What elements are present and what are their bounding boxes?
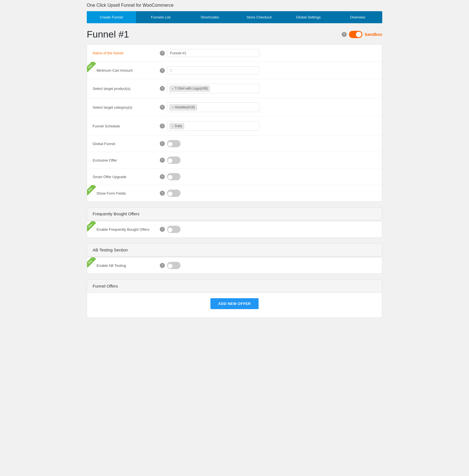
funnel-offers-header: Funnel Offers bbox=[87, 280, 382, 293]
min-cart-help-icon[interactable]: ? bbox=[160, 68, 165, 73]
funnel-name-input[interactable] bbox=[167, 49, 259, 57]
funnel-schedule-tag: × Daily bbox=[170, 123, 184, 129]
target-product-label: Select target product(s) bbox=[93, 87, 160, 91]
target-category-help-icon[interactable]: ? bbox=[160, 105, 165, 110]
funnel-schedule-row: Funnel Schedule ? × Daily bbox=[87, 117, 382, 136]
show-form-fields-help-icon[interactable]: ? bbox=[160, 191, 165, 196]
target-product-help-icon[interactable]: ? bbox=[160, 86, 165, 91]
nav-bar: Create Funnel Funnels List Shortcodes St… bbox=[87, 11, 382, 23]
target-category-label: Select target category(s) bbox=[93, 105, 160, 109]
frequently-bought-header: Frequently Bought Offers bbox=[87, 207, 382, 220]
target-product-input[interactable]: × T-Shirt with Logo(#38) bbox=[167, 84, 259, 93]
funnel-name-label: Name of the funnel bbox=[93, 51, 160, 55]
settings-card: Name of the funnel ? Minimum Cart Amount… bbox=[87, 44, 382, 202]
target-product-control: ? × T-Shirt with Logo(#38) bbox=[160, 84, 259, 93]
target-category-tag-label: Hoodies(#18) bbox=[175, 105, 195, 109]
nav-global-settings[interactable]: Global Settings bbox=[284, 11, 333, 23]
sandbox-toggle[interactable] bbox=[349, 31, 362, 38]
smart-offer-control: ? bbox=[160, 173, 180, 180]
enable-ab-testing-row: Enable AB Testing ? bbox=[87, 257, 382, 274]
funnel-schedule-input[interactable]: × Daily bbox=[167, 121, 259, 131]
nav-create-funnel[interactable]: Create Funnel bbox=[87, 11, 136, 23]
ab-testing-block: Enable AB Testing ? bbox=[87, 257, 382, 274]
target-product-tag-remove[interactable]: × bbox=[172, 87, 174, 91]
sandbox-area: ? Sandbox bbox=[342, 31, 382, 38]
global-funnel-control: ? bbox=[160, 140, 180, 147]
exclusive-offer-toggle[interactable] bbox=[167, 157, 180, 164]
funnel-schedule-label: Funnel Schedule bbox=[93, 124, 160, 128]
global-funnel-label: Global Funnel bbox=[93, 142, 160, 146]
exclusive-offer-control: ? bbox=[160, 157, 180, 164]
funnel-name-control: ? bbox=[160, 49, 259, 57]
plugin-title: One Click Upsell Funnel for WooCommerce bbox=[87, 3, 382, 8]
funnel-schedule-tag-label: Daily bbox=[175, 124, 182, 128]
show-form-fields-label: Show Form Fields bbox=[93, 191, 160, 195]
funnel-schedule-help-icon[interactable]: ? bbox=[160, 123, 165, 129]
funnel-schedule-control: ? × Daily bbox=[160, 121, 259, 131]
sandbox-label: Sandbox bbox=[365, 32, 382, 37]
settings-card-body: Name of the funnel ? Minimum Cart Amount… bbox=[87, 45, 382, 201]
show-form-fields-row: Show Form Fields ? bbox=[87, 185, 382, 201]
ab-testing-title: AB Testing Section bbox=[93, 248, 128, 252]
exclusive-offer-help-icon[interactable]: ? bbox=[160, 158, 165, 163]
target-category-tag-remove[interactable]: × bbox=[172, 105, 174, 109]
funnel-name-row: Name of the funnel ? bbox=[87, 45, 382, 62]
enable-ab-testing-label: Enable AB Testing bbox=[93, 263, 160, 268]
enable-frequently-bought-control: ? bbox=[160, 226, 180, 233]
enable-frequently-bought-toggle[interactable] bbox=[167, 226, 180, 233]
min-cart-control: ? bbox=[160, 66, 259, 74]
min-cart-row: Minimum Cart Amount ? bbox=[87, 62, 382, 79]
target-product-tag: × T-Shirt with Logo(#38) bbox=[170, 86, 210, 92]
funnel-name-help-icon[interactable]: ? bbox=[160, 51, 165, 56]
sandbox-help-icon[interactable]: ? bbox=[342, 32, 347, 37]
enable-frequently-bought-row: Enable Frequently Bought Offers ? bbox=[87, 221, 382, 237]
enable-ab-testing-help-icon[interactable]: ? bbox=[160, 263, 165, 268]
frequently-bought-block: Enable Frequently Bought Offers ? bbox=[87, 221, 382, 238]
target-product-row: Select target product(s) ? × T-Shirt wit… bbox=[87, 79, 382, 98]
target-product-tag-label: T-Shirt with Logo(#38) bbox=[175, 87, 208, 90]
funnel-schedule-tag-remove[interactable]: × bbox=[172, 124, 174, 128]
nav-store-checkout[interactable]: Store Checkout bbox=[234, 11, 284, 23]
enable-frequently-bought-help-icon[interactable]: ? bbox=[160, 227, 165, 232]
frequently-bought-title: Frequently Bought Offers bbox=[93, 211, 139, 216]
global-funnel-help-icon[interactable]: ? bbox=[160, 141, 165, 146]
nav-shortcodes[interactable]: Shortcodes bbox=[185, 11, 234, 23]
add-new-offer-button[interactable]: ADD NEW OFFER bbox=[210, 298, 259, 309]
min-cart-label: Minimum Cart Amount bbox=[93, 68, 160, 73]
exclusive-offer-row: Exclusive Offer ? bbox=[87, 152, 382, 169]
min-cart-input[interactable] bbox=[167, 66, 259, 74]
global-funnel-row: Global Funnel ? bbox=[87, 136, 382, 152]
target-category-row: Select target category(s) ? × Hoodies(#1… bbox=[87, 98, 382, 117]
target-category-tag: × Hoodies(#18) bbox=[170, 104, 197, 110]
funnel-offers-section: Funnel Offers ADD NEW OFFER bbox=[87, 279, 382, 318]
exclusive-offer-label: Exclusive Offer bbox=[93, 158, 160, 162]
target-category-control: ? × Hoodies(#18) bbox=[160, 102, 259, 112]
page-title: Funnel #1 bbox=[87, 29, 129, 40]
smart-offer-row: Smart Offer Upgrade ? bbox=[87, 169, 382, 185]
global-funnel-toggle[interactable] bbox=[167, 140, 180, 147]
enable-ab-testing-control: ? bbox=[160, 262, 180, 269]
nav-overview[interactable]: Overview bbox=[333, 11, 382, 23]
smart-offer-help-icon[interactable]: ? bbox=[160, 174, 165, 179]
target-category-input[interactable]: × Hoodies(#18) bbox=[167, 102, 259, 112]
enable-ab-testing-toggle[interactable] bbox=[167, 262, 180, 269]
page-heading: Funnel #1 ? Sandbox bbox=[87, 29, 382, 40]
nav-funnels-list[interactable]: Funnels List bbox=[136, 11, 185, 23]
smart-offer-label: Smart Offer Upgrade bbox=[93, 175, 160, 179]
smart-offer-toggle[interactable] bbox=[167, 173, 180, 180]
ab-testing-header: AB Testing Section bbox=[87, 243, 382, 256]
enable-frequently-bought-label: Enable Frequently Bought Offers bbox=[93, 227, 160, 232]
show-form-fields-control: ? bbox=[160, 190, 180, 197]
funnel-offers-title: Funnel Offers bbox=[93, 284, 118, 288]
show-form-fields-toggle[interactable] bbox=[167, 190, 180, 197]
